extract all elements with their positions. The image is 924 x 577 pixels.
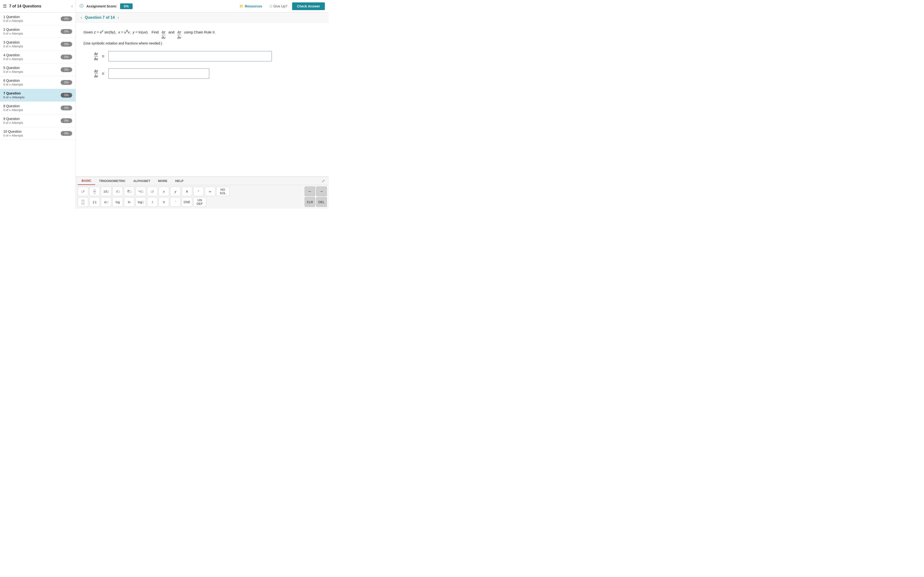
kb-cbrt-btn[interactable]: ∛□ [124, 187, 134, 196]
collapse-sidebar-button[interactable]: ‹ [71, 4, 73, 8]
kb-nth-root-btn[interactable]: ⁿ√□ [136, 187, 146, 196]
header-actions: 📁 Resources □ Give Up? Check Answer [236, 2, 325, 10]
kb-clr-btn[interactable]: CLR [305, 197, 315, 207]
kb-theta-btn[interactable]: θ [182, 187, 192, 196]
give-up-button[interactable]: □ Give Up? [267, 3, 290, 10]
question-body: Given z = ex sin(9y), x = u9v, y = ln(uv… [76, 23, 329, 203]
kb-infinity-btn[interactable]: ∞ [205, 187, 215, 196]
assignment-score-badge: 0% [120, 3, 132, 9]
tab-help[interactable]: HELP [171, 177, 187, 185]
dz-du-label: ∂z ∂u [84, 52, 98, 61]
resources-label: Resources [245, 4, 262, 8]
question-nav: ‹ Question 7 of 14 › [76, 13, 329, 23]
sidebar-item-7[interactable]: 7 Question 0 of ∞ Attempts 0% [0, 89, 76, 102]
kb-log-btn[interactable]: log [112, 197, 123, 207]
sidebar-item-2[interactable]: 2 Question 0 of ∞ Attempts 0% [0, 25, 76, 38]
kb-t-btn[interactable]: t [147, 197, 158, 207]
question-note: (Use symbolic notation and fractions whe… [84, 41, 321, 45]
kb-degree-btn[interactable]: ° [193, 187, 204, 196]
check-answer-button[interactable]: Check Answer [292, 2, 325, 10]
kb-dne-btn[interactable]: DNE [182, 197, 192, 207]
keyboard-tabs: BASIC TRIGONOMETRIC ALPHABET MORE HELP ⤢ [76, 177, 329, 185]
sidebar-item-8[interactable]: 8 Question 0 of ∞ Attempts 0% [0, 102, 76, 114]
kb-ln-btn[interactable]: ln [124, 197, 134, 207]
next-question-button[interactable]: › [118, 15, 119, 20]
kb-del-btn[interactable]: DEL [316, 197, 327, 207]
answer-field-1[interactable] [108, 51, 272, 61]
kb-arrow-left-btn[interactable]: ← [305, 187, 315, 196]
questions-count: 7 of 14 Questions [9, 4, 41, 8]
sidebar-item-9[interactable]: 9 Question 0 of ∞ Attempts 0% [0, 114, 76, 127]
answer-row-1: ∂z ∂u = [84, 51, 321, 61]
answer-field-2[interactable] [108, 68, 209, 79]
kb-arrow-right-btn[interactable]: → [316, 187, 327, 196]
keyboard-rows: □² □ □ 10□ √□ ∛□ ⁿ√□ □! x y θ ° [76, 185, 329, 209]
resources-button[interactable]: 📁 Resources [236, 3, 265, 10]
kb-x-btn[interactable]: x [158, 187, 169, 196]
dz-dv-label: ∂z ∂v [84, 69, 98, 78]
keyboard-row-1: □² □ □ 10□ √□ ∛□ ⁿ√□ □! x y θ ° [78, 187, 327, 196]
kb-matrix-btn[interactable]: □□□□ [78, 197, 88, 207]
question-title: Question 7 of 14 [85, 15, 115, 20]
partial-dz-du-inline: ∂z ∂u [162, 30, 166, 39]
kb-e-pow-btn[interactable]: e□ [101, 197, 111, 207]
keyboard-row-2: □□□□ |□| e□ log ln log□ t π ' DNE UNDEF … [78, 197, 327, 207]
kb-prime-btn[interactable]: ' [170, 197, 181, 207]
header: ☰ 7 of 14 Questions ‹ ⓘ Assignment Score… [0, 0, 329, 13]
main-layout: 1 Question 0 of ∞ Attempts 0% 2 Question… [0, 13, 329, 209]
tab-basic[interactable]: BASIC [78, 177, 95, 185]
answer-row-2: ∂z ∂v = [84, 68, 321, 79]
question-text: Given z = ex sin(9y), x = u9v, y = ln(uv… [84, 29, 321, 39]
tab-alphabet[interactable]: ALPHABET [129, 177, 154, 185]
sidebar-item-1[interactable]: 1 Question 0 of ∞ Attempts 0% [0, 13, 76, 25]
prev-question-button[interactable]: ‹ [81, 15, 82, 20]
kb-abs-btn[interactable]: |□| [89, 197, 100, 207]
folder-icon: 📁 [239, 4, 244, 8]
kb-undef-btn[interactable]: UNDEF [193, 197, 206, 207]
kb-square-btn[interactable]: □² [78, 187, 88, 196]
kb-no-sol-btn[interactable]: NOSOL [216, 187, 229, 196]
give-up-icon: □ [270, 4, 272, 8]
sidebar-item-5[interactable]: 5 Question 0 of ∞ Attempts 0% [0, 63, 76, 76]
math-keyboard: BASIC TRIGONOMETRIC ALPHABET MORE HELP ⤢… [76, 176, 329, 209]
kb-ten-pow-btn[interactable]: 10□ [101, 187, 111, 196]
give-up-label: Give Up? [273, 4, 287, 8]
tab-trigonometric[interactable]: TRIGONOMETRIC [95, 177, 129, 185]
kb-y-btn[interactable]: y [170, 187, 181, 196]
content-area: ‹ Question 7 of 14 › Given z = ex sin(9y… [76, 13, 329, 209]
sidebar-item-3[interactable]: 3 Question 0 of ∞ Attempts 0% [0, 38, 76, 51]
sidebar: 1 Question 0 of ∞ Attempts 0% 2 Question… [0, 13, 76, 209]
tab-more[interactable]: MORE [154, 177, 171, 185]
assignment-score-label: Assignment Score: [86, 4, 117, 8]
partial-dz-dv-inline: ∂z ∂v [177, 30, 181, 39]
equals-2: = [102, 71, 105, 76]
header-main: ⓘ Assignment Score: 0% 📁 Resources □ Giv… [76, 2, 329, 10]
equals-1: = [102, 54, 105, 59]
sidebar-item-6[interactable]: 6 Question 0 of ∞ Attempts 0% [0, 76, 76, 89]
sidebar-item-10[interactable]: 10 Question 0 of ∞ Attempts 0% [0, 127, 76, 140]
kb-sqrt-btn[interactable]: √□ [112, 187, 123, 196]
kb-pi-btn[interactable]: π [158, 197, 169, 207]
header-left: ☰ 7 of 14 Questions ‹ [0, 0, 76, 12]
hamburger-icon: ☰ [3, 3, 7, 9]
keyboard-expand-button[interactable]: ⤢ [320, 178, 327, 184]
sidebar-item-4[interactable]: 4 Question 0 of ∞ Attempts 0% [0, 51, 76, 63]
kb-fraction-btn[interactable]: □ □ [89, 187, 100, 196]
info-icon: ⓘ [80, 3, 84, 9]
kb-factorial-btn[interactable]: □! [147, 187, 158, 196]
kb-log-base-btn[interactable]: log□ [136, 197, 146, 207]
